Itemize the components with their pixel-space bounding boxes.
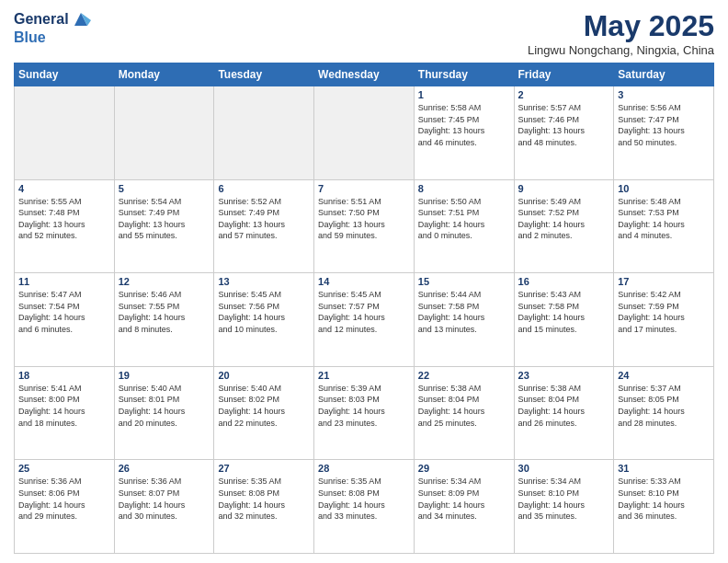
day-number: 4 xyxy=(18,183,110,194)
calendar-cell: 3Sunrise: 5:56 AM Sunset: 7:47 PM Daylig… xyxy=(614,86,714,180)
calendar-cell: 24Sunrise: 5:37 AM Sunset: 8:05 PM Dayli… xyxy=(614,366,714,460)
calendar-cell: 11Sunrise: 5:47 AM Sunset: 7:54 PM Dayli… xyxy=(15,273,115,367)
day-number: 14 xyxy=(318,276,410,287)
day-number: 25 xyxy=(18,463,110,474)
day-info: Sunrise: 5:56 AM Sunset: 7:47 PM Dayligh… xyxy=(618,102,710,148)
calendar-cell: 19Sunrise: 5:40 AM Sunset: 8:01 PM Dayli… xyxy=(114,366,214,460)
day-info: Sunrise: 5:55 AM Sunset: 7:48 PM Dayligh… xyxy=(18,196,110,242)
day-number: 28 xyxy=(318,463,410,474)
calendar-cell: 22Sunrise: 5:38 AM Sunset: 8:04 PM Dayli… xyxy=(414,366,514,460)
calendar-cell: 8Sunrise: 5:50 AM Sunset: 7:51 PM Daylig… xyxy=(414,179,514,273)
month-title: May 2025 xyxy=(528,9,714,43)
calendar-cell: 21Sunrise: 5:39 AM Sunset: 8:03 PM Dayli… xyxy=(314,366,415,460)
day-info: Sunrise: 5:34 AM Sunset: 8:10 PM Dayligh… xyxy=(518,476,610,522)
col-tuesday: Tuesday xyxy=(214,63,314,86)
day-info: Sunrise: 5:36 AM Sunset: 8:07 PM Dayligh… xyxy=(119,476,210,522)
day-info: Sunrise: 5:51 AM Sunset: 7:50 PM Dayligh… xyxy=(318,196,410,242)
calendar-week-3: 18Sunrise: 5:41 AM Sunset: 8:00 PM Dayli… xyxy=(15,366,714,460)
day-info: Sunrise: 5:33 AM Sunset: 8:10 PM Dayligh… xyxy=(618,476,710,522)
calendar-cell: 6Sunrise: 5:52 AM Sunset: 7:49 PM Daylig… xyxy=(214,179,314,273)
calendar-cell: 29Sunrise: 5:34 AM Sunset: 8:09 PM Dayli… xyxy=(414,460,514,554)
day-info: Sunrise: 5:57 AM Sunset: 7:46 PM Dayligh… xyxy=(518,102,610,148)
day-number: 2 xyxy=(518,89,610,100)
day-number: 23 xyxy=(518,370,610,381)
title-area: May 2025 Lingwu Nongchang, Ningxia, Chin… xyxy=(528,9,714,57)
calendar-cell: 26Sunrise: 5:36 AM Sunset: 8:07 PM Dayli… xyxy=(114,460,214,554)
day-number: 11 xyxy=(18,276,110,287)
day-number: 22 xyxy=(418,370,510,381)
day-info: Sunrise: 5:35 AM Sunset: 8:08 PM Dayligh… xyxy=(218,476,310,522)
calendar-cell xyxy=(214,86,314,180)
calendar-week-0: 1Sunrise: 5:58 AM Sunset: 7:45 PM Daylig… xyxy=(15,86,714,180)
calendar-cell: 20Sunrise: 5:40 AM Sunset: 8:02 PM Dayli… xyxy=(214,366,314,460)
day-info: Sunrise: 5:38 AM Sunset: 8:04 PM Dayligh… xyxy=(418,383,510,429)
calendar-week-2: 11Sunrise: 5:47 AM Sunset: 7:54 PM Dayli… xyxy=(15,273,714,367)
calendar-cell: 5Sunrise: 5:54 AM Sunset: 7:49 PM Daylig… xyxy=(114,179,214,273)
logo-icon xyxy=(71,9,91,29)
day-info: Sunrise: 5:38 AM Sunset: 8:04 PM Dayligh… xyxy=(518,383,610,429)
day-number: 5 xyxy=(119,183,210,194)
calendar-cell xyxy=(314,86,415,180)
location: Lingwu Nongchang, Ningxia, China xyxy=(528,43,714,57)
page: General Blue May 2025 Lingwu Nongchang, … xyxy=(0,0,728,563)
logo-line1: General xyxy=(14,11,69,28)
day-number: 21 xyxy=(318,370,410,381)
day-info: Sunrise: 5:40 AM Sunset: 8:02 PM Dayligh… xyxy=(218,383,310,429)
day-info: Sunrise: 5:44 AM Sunset: 7:58 PM Dayligh… xyxy=(418,289,510,335)
calendar-cell: 10Sunrise: 5:48 AM Sunset: 7:53 PM Dayli… xyxy=(614,179,714,273)
calendar-cell: 12Sunrise: 5:46 AM Sunset: 7:55 PM Dayli… xyxy=(114,273,214,367)
calendar-cell: 18Sunrise: 5:41 AM Sunset: 8:00 PM Dayli… xyxy=(15,366,115,460)
day-number: 18 xyxy=(18,370,110,381)
logo-line2: Blue xyxy=(14,29,46,46)
day-number: 3 xyxy=(618,89,710,100)
calendar-cell: 4Sunrise: 5:55 AM Sunset: 7:48 PM Daylig… xyxy=(15,179,115,273)
day-number: 29 xyxy=(418,463,510,474)
calendar-cell: 9Sunrise: 5:49 AM Sunset: 7:52 PM Daylig… xyxy=(514,179,614,273)
day-info: Sunrise: 5:48 AM Sunset: 7:53 PM Dayligh… xyxy=(618,196,710,242)
header-row: Sunday Monday Tuesday Wednesday Thursday… xyxy=(15,63,714,86)
calendar-cell: 23Sunrise: 5:38 AM Sunset: 8:04 PM Dayli… xyxy=(514,366,614,460)
day-info: Sunrise: 5:54 AM Sunset: 7:49 PM Dayligh… xyxy=(119,196,210,242)
calendar-cell: 27Sunrise: 5:35 AM Sunset: 8:08 PM Dayli… xyxy=(214,460,314,554)
calendar-cell: 28Sunrise: 5:35 AM Sunset: 8:08 PM Dayli… xyxy=(314,460,415,554)
col-thursday: Thursday xyxy=(414,63,514,86)
day-number: 7 xyxy=(318,183,410,194)
calendar-cell: 14Sunrise: 5:45 AM Sunset: 7:57 PM Dayli… xyxy=(314,273,415,367)
day-number: 19 xyxy=(119,370,210,381)
day-info: Sunrise: 5:41 AM Sunset: 8:00 PM Dayligh… xyxy=(18,383,110,429)
day-number: 26 xyxy=(119,463,210,474)
day-info: Sunrise: 5:49 AM Sunset: 7:52 PM Dayligh… xyxy=(518,196,610,242)
col-friday: Friday xyxy=(514,63,614,86)
col-wednesday: Wednesday xyxy=(314,63,415,86)
calendar-cell: 25Sunrise: 5:36 AM Sunset: 8:06 PM Dayli… xyxy=(15,460,115,554)
day-number: 9 xyxy=(518,183,610,194)
day-info: Sunrise: 5:52 AM Sunset: 7:49 PM Dayligh… xyxy=(218,196,310,242)
day-number: 15 xyxy=(418,276,510,287)
calendar-week-4: 25Sunrise: 5:36 AM Sunset: 8:06 PM Dayli… xyxy=(15,460,714,554)
day-info: Sunrise: 5:43 AM Sunset: 7:58 PM Dayligh… xyxy=(518,289,610,335)
header: General Blue May 2025 Lingwu Nongchang, … xyxy=(14,9,714,57)
day-number: 6 xyxy=(218,183,310,194)
day-number: 1 xyxy=(418,89,510,100)
calendar-cell: 15Sunrise: 5:44 AM Sunset: 7:58 PM Dayli… xyxy=(414,273,514,367)
col-sunday: Sunday xyxy=(15,63,115,86)
day-number: 16 xyxy=(518,276,610,287)
day-info: Sunrise: 5:45 AM Sunset: 7:56 PM Dayligh… xyxy=(218,289,310,335)
col-saturday: Saturday xyxy=(614,63,714,86)
day-info: Sunrise: 5:58 AM Sunset: 7:45 PM Dayligh… xyxy=(418,102,510,148)
day-info: Sunrise: 5:42 AM Sunset: 7:59 PM Dayligh… xyxy=(618,289,710,335)
day-info: Sunrise: 5:37 AM Sunset: 8:05 PM Dayligh… xyxy=(618,383,710,429)
day-number: 13 xyxy=(218,276,310,287)
day-info: Sunrise: 5:36 AM Sunset: 8:06 PM Dayligh… xyxy=(18,476,110,522)
calendar-cell: 1Sunrise: 5:58 AM Sunset: 7:45 PM Daylig… xyxy=(414,86,514,180)
day-info: Sunrise: 5:35 AM Sunset: 8:08 PM Dayligh… xyxy=(318,476,410,522)
day-number: 20 xyxy=(218,370,310,381)
calendar-cell: 16Sunrise: 5:43 AM Sunset: 7:58 PM Dayli… xyxy=(514,273,614,367)
calendar-cell: 2Sunrise: 5:57 AM Sunset: 7:46 PM Daylig… xyxy=(514,86,614,180)
day-number: 27 xyxy=(218,463,310,474)
calendar-cell: 17Sunrise: 5:42 AM Sunset: 7:59 PM Dayli… xyxy=(614,273,714,367)
day-number: 8 xyxy=(418,183,510,194)
day-number: 30 xyxy=(518,463,610,474)
day-number: 10 xyxy=(618,183,710,194)
day-number: 31 xyxy=(618,463,710,474)
